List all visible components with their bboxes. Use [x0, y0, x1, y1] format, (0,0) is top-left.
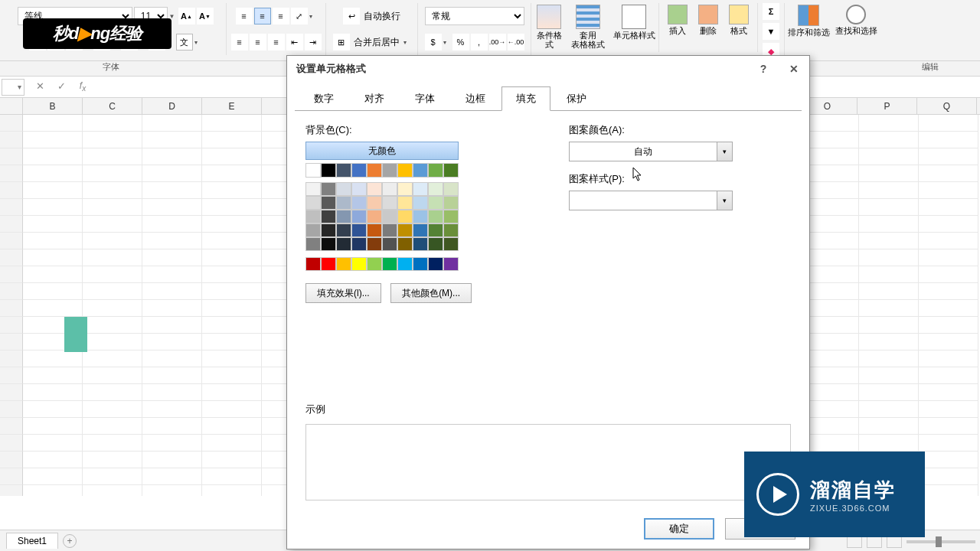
cell[interactable]: [202, 233, 262, 249]
cell[interactable]: [919, 468, 978, 485]
cell[interactable]: [859, 233, 919, 249]
color-swatch[interactable]: [382, 237, 397, 251]
color-swatch[interactable]: [367, 182, 382, 196]
cell-styles-button[interactable]: 单元格样式: [609, 3, 658, 52]
align-center-button[interactable]: ≡: [250, 34, 266, 51]
row-header[interactable]: [0, 350, 23, 367]
cell[interactable]: [202, 182, 262, 199]
column-header[interactable]: B: [23, 98, 83, 114]
cell[interactable]: [919, 233, 978, 249]
cell[interactable]: [202, 199, 262, 216]
row-header[interactable]: [0, 452, 23, 468]
color-swatch[interactable]: [367, 223, 382, 237]
cell[interactable]: [919, 350, 978, 367]
cell[interactable]: [859, 300, 919, 317]
color-swatch[interactable]: [443, 223, 459, 237]
row-header[interactable]: [0, 317, 23, 334]
cell[interactable]: [142, 182, 202, 199]
color-swatch[interactable]: [305, 223, 321, 237]
color-swatch[interactable]: [336, 163, 351, 178]
cell[interactable]: [859, 317, 919, 334]
cell[interactable]: [83, 165, 142, 182]
cell[interactable]: [23, 435, 83, 452]
cell[interactable]: [859, 148, 919, 165]
cell[interactable]: [202, 132, 262, 148]
row-header[interactable]: [0, 468, 23, 485]
color-swatch[interactable]: [336, 257, 351, 271]
color-swatch[interactable]: [413, 257, 428, 271]
align-middle-button[interactable]: ≡: [254, 8, 271, 24]
cell[interactable]: [202, 216, 262, 233]
cell[interactable]: [23, 300, 83, 317]
color-swatch[interactable]: [443, 163, 459, 178]
name-box[interactable]: ▾: [2, 79, 24, 96]
row-header[interactable]: [0, 132, 23, 148]
delete-button[interactable]: 删除: [693, 3, 724, 52]
ok-button[interactable]: 确定: [644, 518, 714, 540]
row-header[interactable]: [0, 418, 23, 435]
row-header[interactable]: [0, 283, 23, 300]
cell[interactable]: [142, 233, 202, 249]
row-header[interactable]: [0, 199, 23, 216]
row-header[interactable]: [0, 401, 23, 418]
fx-button[interactable]: fx: [75, 80, 90, 93]
cell[interactable]: [859, 435, 919, 452]
color-swatch[interactable]: [351, 257, 367, 271]
color-swatch[interactable]: [336, 237, 351, 251]
color-swatch[interactable]: [336, 196, 351, 210]
cell[interactable]: [919, 182, 978, 199]
cell[interactable]: [83, 199, 142, 216]
number-format-select[interactable]: 常规: [425, 7, 524, 25]
cell[interactable]: [142, 384, 202, 401]
color-swatch[interactable]: [321, 257, 336, 271]
filled-cell[interactable]: [64, 317, 87, 352]
color-swatch[interactable]: [305, 210, 321, 223]
color-swatch[interactable]: [351, 210, 367, 223]
cell[interactable]: [859, 401, 919, 418]
accept-formula-button[interactable]: ✓: [54, 80, 69, 93]
merge-center-button[interactable]: 合并后居中: [354, 36, 400, 49]
cell[interactable]: [83, 367, 142, 384]
color-swatch[interactable]: [397, 237, 413, 251]
chevron-down-icon[interactable]: ▾: [403, 39, 411, 46]
color-swatch[interactable]: [413, 237, 428, 251]
cell[interactable]: [83, 334, 142, 350]
cell[interactable]: [859, 350, 919, 367]
normal-view-button[interactable]: [847, 536, 862, 548]
cell[interactable]: [919, 317, 978, 334]
color-swatch[interactable]: [305, 182, 321, 196]
cell[interactable]: [202, 452, 262, 468]
help-button[interactable]: ?: [748, 56, 779, 82]
color-swatch[interactable]: [397, 163, 413, 178]
phonetic-button[interactable]: 文: [176, 34, 193, 51]
indent-decrease-button[interactable]: ⇤: [286, 34, 303, 51]
cell[interactable]: [919, 334, 978, 350]
select-all-corner[interactable]: [0, 98, 23, 114]
color-swatch[interactable]: [443, 182, 459, 196]
cell[interactable]: [859, 367, 919, 384]
cell[interactable]: [859, 182, 919, 199]
tab-border[interactable]: 边框: [451, 86, 500, 111]
row-header[interactable]: [0, 485, 23, 496]
cell[interactable]: [202, 350, 262, 367]
cell[interactable]: [202, 401, 262, 418]
color-swatch[interactable]: [305, 237, 321, 251]
cell[interactable]: [23, 148, 83, 165]
row-header[interactable]: [0, 233, 23, 249]
insert-button[interactable]: 插入: [662, 3, 693, 52]
cell[interactable]: [23, 350, 83, 367]
cell[interactable]: [202, 317, 262, 334]
color-swatch[interactable]: [351, 196, 367, 210]
color-swatch[interactable]: [397, 223, 413, 237]
color-swatch[interactable]: [351, 237, 367, 251]
cell[interactable]: [83, 468, 142, 485]
pattern-color-combo[interactable]: 自动 ▾: [569, 142, 733, 161]
color-swatch[interactable]: [428, 210, 443, 223]
color-swatch[interactable]: [428, 182, 443, 196]
row-header[interactable]: [0, 367, 23, 384]
color-swatch[interactable]: [351, 182, 367, 196]
align-left-button[interactable]: ≡: [231, 34, 248, 51]
cell[interactable]: [142, 216, 202, 233]
cell[interactable]: [202, 418, 262, 435]
more-colors-button[interactable]: 其他颜色(M)...: [390, 283, 472, 303]
